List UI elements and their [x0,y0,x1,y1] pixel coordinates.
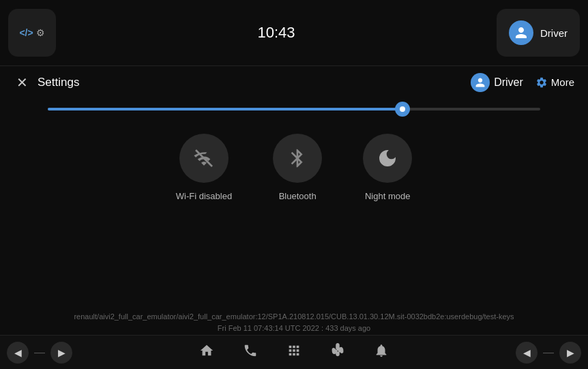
driver-avatar-small-icon [471,73,490,92]
more-label: More [551,76,574,88]
wifi-toggle[interactable]: Wi-Fi disabled [176,134,232,201]
wifi-circle [179,134,229,183]
dev-tools-button[interactable]: </> ⚙ [8,9,56,57]
build-line2: Fri Feb 11 07:43:14 UTC 2022 : 433 days … [0,323,588,335]
settings-title: Settings [38,76,79,89]
build-line1: renault/aivi2_full_car_emulator/aivi2_fu… [0,311,588,323]
nav-right-forward-button[interactable]: ▶ [559,342,581,364]
wifi-label: Wi-Fi disabled [176,191,232,201]
nightmode-label: Night mode [365,191,410,201]
code-icon: </> [19,27,33,38]
nav-left: ◀ — ▶ [7,342,72,364]
brightness-slider[interactable] [48,108,540,110]
nav-right-dash: — [543,346,554,359]
settings-bar: ✕ Settings Driver More [0,65,588,98]
phone-button[interactable] [239,340,262,364]
brightness-row [0,98,588,120]
build-info: renault/aivi2_full_car_emulator/aivi2_fu… [0,311,588,335]
driver-avatar-icon [509,20,533,45]
slider-fill [48,108,402,110]
top-bar: </> ⚙ 10:43 Driver [0,0,588,65]
settings-left: ✕ Settings [14,72,79,93]
nightmode-circle [363,134,412,183]
toggle-row: Wi-Fi disabled Bluetooth Night mode [0,120,588,201]
close-button[interactable]: ✕ [14,72,31,93]
nav-forward-button[interactable]: ▶ [50,342,72,364]
bluetooth-label: Bluetooth [279,191,317,201]
bottom-nav: ◀ — ▶ ◀ — ▶ [0,335,588,369]
bell-button[interactable] [370,340,393,364]
gear-icon: ⚙ [36,27,45,38]
driver-small-label: Driver [494,76,523,89]
driver-button[interactable]: Driver [497,9,580,57]
clock-display: 10:43 [257,24,295,42]
nav-left-dash: — [34,346,45,359]
bluetooth-circle [273,134,322,183]
nav-center [195,340,393,364]
driver-label: Driver [540,27,568,39]
settings-right: Driver More [471,73,574,92]
slider-thumb[interactable] [395,102,410,117]
more-button[interactable]: More [535,76,574,89]
bluetooth-toggle[interactable]: Bluetooth [273,134,322,201]
grid-button[interactable] [282,340,306,364]
driver-small-button[interactable]: Driver [471,73,523,92]
nav-right-back-button[interactable]: ◀ [516,342,538,364]
home-button[interactable] [195,340,218,364]
nightmode-toggle[interactable]: Night mode [363,134,412,201]
nav-back-button[interactable]: ◀ [7,342,29,364]
fan-button[interactable] [326,340,349,364]
nav-right: ◀ — ▶ [516,342,581,364]
